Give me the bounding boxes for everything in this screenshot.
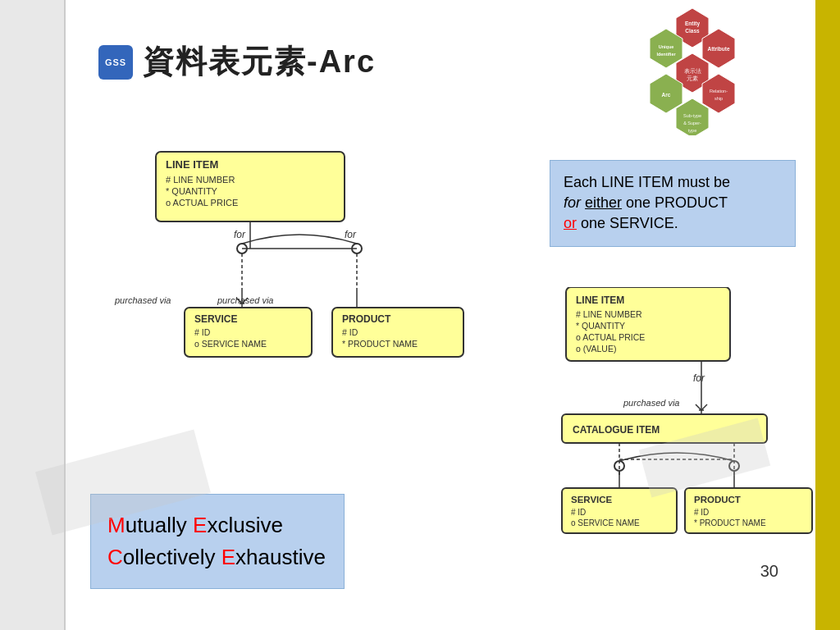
svg-text:for: for <box>345 229 357 240</box>
erd-left-diagram: LINE ITEM # LINE NUMBER * QUANTITY o ACT… <box>90 144 554 414</box>
mece-e2: E <box>221 545 235 569</box>
svg-text:purchased via: purchased via <box>114 295 171 305</box>
svg-text:& Super-: & Super- <box>683 121 701 126</box>
svg-text:# ID: # ID <box>571 508 586 517</box>
mece-line1: Mutually Exclusive <box>107 509 327 541</box>
svg-text:Relation-: Relation- <box>710 89 728 94</box>
hex-cluster: Entity Class Unique Identifier Attribute… <box>610 4 774 135</box>
svg-text:Sub-type: Sub-type <box>683 113 701 118</box>
svg-text:for: for <box>693 372 705 384</box>
svg-text:Unique: Unique <box>659 44 674 49</box>
svg-text:* PRODUCT NAME: * PRODUCT NAME <box>694 518 766 527</box>
svg-text:LINE ITEM: LINE ITEM <box>576 294 624 306</box>
svg-line-62 <box>701 404 707 410</box>
info-line2: one PRODUCT <box>626 194 728 211</box>
svg-text:type: type <box>688 128 696 133</box>
svg-text:Identifier: Identifier <box>656 52 676 57</box>
mece-c: C <box>107 545 123 569</box>
svg-text:* QUANTITY: * QUANTITY <box>166 186 218 196</box>
svg-text:o (VALUE): o (VALUE) <box>576 344 616 354</box>
svg-text:purchased via: purchased via <box>623 398 680 408</box>
svg-text:o SERVICE NAME: o SERVICE NAME <box>194 339 267 349</box>
left-sidebar <box>0 0 66 630</box>
svg-text:PRODUCT: PRODUCT <box>694 495 741 504</box>
info-line1: Each LINE ITEM must be <box>564 174 730 190</box>
mece-e1: E <box>193 513 207 537</box>
svg-text:表示法: 表示法 <box>684 68 701 74</box>
svg-text:元素: 元素 <box>687 75 698 81</box>
svg-text:# ID: # ID <box>342 327 358 337</box>
erd-right-diagram: LINE ITEM # LINE NUMBER * QUANTITY o ACT… <box>558 287 840 566</box>
svg-text:* QUANTITY: * QUANTITY <box>576 321 625 331</box>
svg-text:LINE ITEM: LINE ITEM <box>166 158 218 171</box>
gss-logo: GSS <box>98 45 133 80</box>
svg-text:# LINE NUMBER: # LINE NUMBER <box>576 309 642 319</box>
svg-text:SERVICE: SERVICE <box>571 495 613 504</box>
svg-text:o SERVICE NAME: o SERVICE NAME <box>571 518 640 527</box>
svg-text:SERVICE: SERVICE <box>194 313 237 325</box>
info-italic: for <box>564 194 581 211</box>
svg-text:* PRODUCT NAME: * PRODUCT NAME <box>342 339 418 349</box>
svg-text:# ID: # ID <box>694 508 709 517</box>
info-box: Each LINE ITEM must be for either one PR… <box>550 160 796 247</box>
svg-line-61 <box>696 404 701 410</box>
svg-text:Attribute: Attribute <box>707 46 729 52</box>
svg-text:Class: Class <box>685 28 700 34</box>
mece-utually: utually <box>126 513 193 537</box>
title-area: GSS 資料表元素-Arc <box>98 41 376 83</box>
mece-line2: Collectively Exhaustive <box>107 541 327 573</box>
svg-text:CATALOGUE ITEM: CATALOGUE ITEM <box>573 424 660 436</box>
info-either: either <box>585 194 622 211</box>
svg-text:o ACTUAL PRICE: o ACTUAL PRICE <box>166 198 238 208</box>
svg-text:Entity: Entity <box>685 21 700 27</box>
mece-xhaustive: xhaustive <box>235 545 326 569</box>
svg-text:o ACTUAL PRICE: o ACTUAL PRICE <box>576 332 645 342</box>
page-number: 30 <box>760 562 778 581</box>
svg-text:# LINE NUMBER: # LINE NUMBER <box>166 175 235 185</box>
mece-xclusive: xclusive <box>207 513 282 537</box>
svg-text:Arc: Arc <box>662 92 671 98</box>
info-line3: one SERVICE. <box>581 215 678 231</box>
info-or: or <box>564 215 577 231</box>
mece-ollectively: ollectively <box>123 545 221 569</box>
svg-text:# ID: # ID <box>194 327 211 337</box>
svg-text:for: for <box>234 229 246 240</box>
svg-text:PRODUCT: PRODUCT <box>342 313 391 325</box>
svg-text:ship: ship <box>714 96 723 101</box>
page-title: 資料表元素-Arc <box>143 41 376 83</box>
main-content: GSS 資料表元素-Arc Entity Class Unique Identi… <box>66 0 815 630</box>
